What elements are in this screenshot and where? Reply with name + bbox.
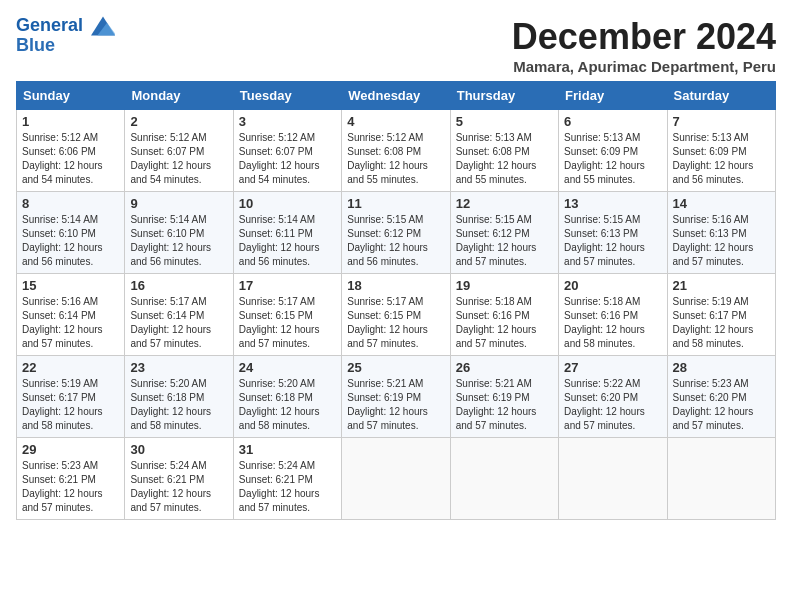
calendar-day-cell: 4 Sunrise: 5:12 AM Sunset: 6:08 PM Dayli… (342, 110, 450, 192)
day-info: Sunrise: 5:23 AM Sunset: 6:21 PM Dayligh… (22, 459, 119, 515)
day-info: Sunrise: 5:13 AM Sunset: 6:09 PM Dayligh… (564, 131, 661, 187)
day-info: Sunrise: 5:12 AM Sunset: 6:08 PM Dayligh… (347, 131, 444, 187)
calendar-body: 1 Sunrise: 5:12 AM Sunset: 6:06 PM Dayli… (17, 110, 776, 520)
day-header: Monday (125, 82, 233, 110)
calendar-day-cell: 13 Sunrise: 5:15 AM Sunset: 6:13 PM Dayl… (559, 192, 667, 274)
calendar-day-cell: 27 Sunrise: 5:22 AM Sunset: 6:20 PM Dayl… (559, 356, 667, 438)
day-number: 20 (564, 278, 661, 293)
day-number: 5 (456, 114, 553, 129)
calendar-day-cell: 16 Sunrise: 5:17 AM Sunset: 6:14 PM Dayl… (125, 274, 233, 356)
calendar-day-cell: 12 Sunrise: 5:15 AM Sunset: 6:12 PM Dayl… (450, 192, 558, 274)
day-number: 27 (564, 360, 661, 375)
calendar-week-row: 15 Sunrise: 5:16 AM Sunset: 6:14 PM Dayl… (17, 274, 776, 356)
day-info: Sunrise: 5:17 AM Sunset: 6:15 PM Dayligh… (347, 295, 444, 351)
calendar-day-cell: 31 Sunrise: 5:24 AM Sunset: 6:21 PM Dayl… (233, 438, 341, 520)
calendar-day-cell: 15 Sunrise: 5:16 AM Sunset: 6:14 PM Dayl… (17, 274, 125, 356)
calendar-day-cell: 11 Sunrise: 5:15 AM Sunset: 6:12 PM Dayl… (342, 192, 450, 274)
calendar-day-cell: 9 Sunrise: 5:14 AM Sunset: 6:10 PM Dayli… (125, 192, 233, 274)
day-info: Sunrise: 5:18 AM Sunset: 6:16 PM Dayligh… (456, 295, 553, 351)
calendar-day-cell (450, 438, 558, 520)
day-info: Sunrise: 5:12 AM Sunset: 6:07 PM Dayligh… (239, 131, 336, 187)
calendar-day-cell: 2 Sunrise: 5:12 AM Sunset: 6:07 PM Dayli… (125, 110, 233, 192)
day-number: 26 (456, 360, 553, 375)
day-number: 21 (673, 278, 770, 293)
title-section: December 2024 Mamara, Apurimac Departmen… (512, 16, 776, 75)
day-header: Tuesday (233, 82, 341, 110)
calendar-week-row: 8 Sunrise: 5:14 AM Sunset: 6:10 PM Dayli… (17, 192, 776, 274)
day-number: 24 (239, 360, 336, 375)
calendar-day-cell: 29 Sunrise: 5:23 AM Sunset: 6:21 PM Dayl… (17, 438, 125, 520)
calendar-day-cell: 21 Sunrise: 5:19 AM Sunset: 6:17 PM Dayl… (667, 274, 775, 356)
day-number: 25 (347, 360, 444, 375)
calendar-header-row: SundayMondayTuesdayWednesdayThursdayFrid… (17, 82, 776, 110)
day-number: 12 (456, 196, 553, 211)
day-number: 15 (22, 278, 119, 293)
day-header: Friday (559, 82, 667, 110)
day-header: Saturday (667, 82, 775, 110)
calendar-day-cell: 17 Sunrise: 5:17 AM Sunset: 6:15 PM Dayl… (233, 274, 341, 356)
day-info: Sunrise: 5:21 AM Sunset: 6:19 PM Dayligh… (456, 377, 553, 433)
day-number: 1 (22, 114, 119, 129)
day-number: 3 (239, 114, 336, 129)
calendar-day-cell: 24 Sunrise: 5:20 AM Sunset: 6:18 PM Dayl… (233, 356, 341, 438)
day-info: Sunrise: 5:12 AM Sunset: 6:07 PM Dayligh… (130, 131, 227, 187)
calendar-day-cell: 19 Sunrise: 5:18 AM Sunset: 6:16 PM Dayl… (450, 274, 558, 356)
logo-blue: Blue (16, 36, 115, 56)
calendar-day-cell: 22 Sunrise: 5:19 AM Sunset: 6:17 PM Dayl… (17, 356, 125, 438)
day-number: 23 (130, 360, 227, 375)
calendar-day-cell: 3 Sunrise: 5:12 AM Sunset: 6:07 PM Dayli… (233, 110, 341, 192)
day-number: 14 (673, 196, 770, 211)
day-number: 16 (130, 278, 227, 293)
day-number: 9 (130, 196, 227, 211)
logo-text: General (16, 16, 115, 36)
calendar-day-cell (342, 438, 450, 520)
calendar-day-cell: 10 Sunrise: 5:14 AM Sunset: 6:11 PM Dayl… (233, 192, 341, 274)
calendar-day-cell: 25 Sunrise: 5:21 AM Sunset: 6:19 PM Dayl… (342, 356, 450, 438)
month-title: December 2024 (512, 16, 776, 58)
day-number: 19 (456, 278, 553, 293)
day-info: Sunrise: 5:17 AM Sunset: 6:15 PM Dayligh… (239, 295, 336, 351)
day-number: 7 (673, 114, 770, 129)
day-number: 4 (347, 114, 444, 129)
day-header: Thursday (450, 82, 558, 110)
day-info: Sunrise: 5:13 AM Sunset: 6:08 PM Dayligh… (456, 131, 553, 187)
day-info: Sunrise: 5:14 AM Sunset: 6:10 PM Dayligh… (130, 213, 227, 269)
day-number: 30 (130, 442, 227, 457)
day-number: 18 (347, 278, 444, 293)
page-header: General Blue December 2024 Mamara, Apuri… (16, 16, 776, 75)
logo: General Blue (16, 16, 115, 56)
calendar-day-cell: 20 Sunrise: 5:18 AM Sunset: 6:16 PM Dayl… (559, 274, 667, 356)
calendar-day-cell (559, 438, 667, 520)
calendar-day-cell: 28 Sunrise: 5:23 AM Sunset: 6:20 PM Dayl… (667, 356, 775, 438)
day-number: 17 (239, 278, 336, 293)
day-header: Wednesday (342, 82, 450, 110)
calendar-day-cell: 26 Sunrise: 5:21 AM Sunset: 6:19 PM Dayl… (450, 356, 558, 438)
day-number: 28 (673, 360, 770, 375)
day-info: Sunrise: 5:12 AM Sunset: 6:06 PM Dayligh… (22, 131, 119, 187)
calendar-day-cell: 6 Sunrise: 5:13 AM Sunset: 6:09 PM Dayli… (559, 110, 667, 192)
calendar-day-cell: 1 Sunrise: 5:12 AM Sunset: 6:06 PM Dayli… (17, 110, 125, 192)
day-header: Sunday (17, 82, 125, 110)
day-number: 11 (347, 196, 444, 211)
day-number: 22 (22, 360, 119, 375)
day-info: Sunrise: 5:24 AM Sunset: 6:21 PM Dayligh… (130, 459, 227, 515)
day-info: Sunrise: 5:20 AM Sunset: 6:18 PM Dayligh… (130, 377, 227, 433)
calendar-week-row: 1 Sunrise: 5:12 AM Sunset: 6:06 PM Dayli… (17, 110, 776, 192)
day-info: Sunrise: 5:13 AM Sunset: 6:09 PM Dayligh… (673, 131, 770, 187)
day-info: Sunrise: 5:21 AM Sunset: 6:19 PM Dayligh… (347, 377, 444, 433)
calendar-day-cell: 14 Sunrise: 5:16 AM Sunset: 6:13 PM Dayl… (667, 192, 775, 274)
day-info: Sunrise: 5:19 AM Sunset: 6:17 PM Dayligh… (22, 377, 119, 433)
day-number: 6 (564, 114, 661, 129)
day-info: Sunrise: 5:18 AM Sunset: 6:16 PM Dayligh… (564, 295, 661, 351)
calendar-day-cell (667, 438, 775, 520)
day-info: Sunrise: 5:19 AM Sunset: 6:17 PM Dayligh… (673, 295, 770, 351)
day-number: 10 (239, 196, 336, 211)
day-info: Sunrise: 5:24 AM Sunset: 6:21 PM Dayligh… (239, 459, 336, 515)
day-info: Sunrise: 5:22 AM Sunset: 6:20 PM Dayligh… (564, 377, 661, 433)
day-number: 13 (564, 196, 661, 211)
day-info: Sunrise: 5:23 AM Sunset: 6:20 PM Dayligh… (673, 377, 770, 433)
day-info: Sunrise: 5:15 AM Sunset: 6:12 PM Dayligh… (456, 213, 553, 269)
calendar-week-row: 22 Sunrise: 5:19 AM Sunset: 6:17 PM Dayl… (17, 356, 776, 438)
day-number: 31 (239, 442, 336, 457)
calendar-day-cell: 30 Sunrise: 5:24 AM Sunset: 6:21 PM Dayl… (125, 438, 233, 520)
